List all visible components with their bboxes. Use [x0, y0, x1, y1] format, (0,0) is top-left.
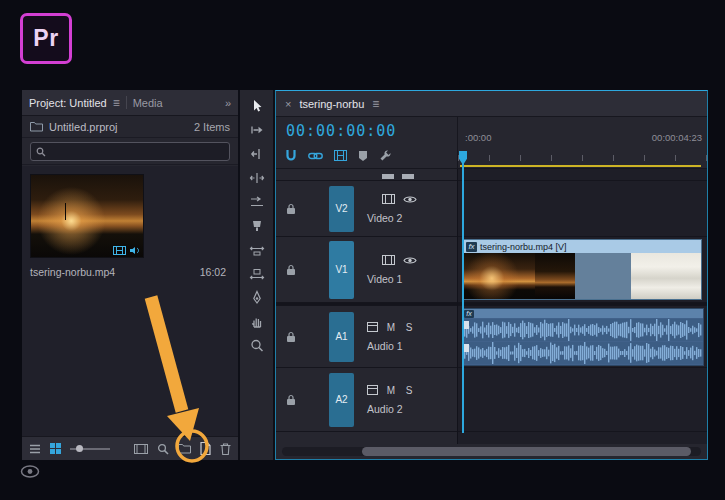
panel-menu-icon[interactable]: ≡: [113, 96, 120, 110]
lock-icon[interactable]: [286, 394, 296, 406]
track-target-v1[interactable]: V1: [329, 241, 354, 299]
clip-caption: tsering-norbu.mp4 16:02: [30, 266, 228, 278]
rate-stretch-tool-icon[interactable]: [245, 191, 269, 212]
list-view-button[interactable]: [29, 444, 41, 454]
track-name-a2: Audio 2: [367, 403, 414, 415]
mute-button[interactable]: M: [386, 322, 396, 333]
track-header-v1: V1 Video 1: [276, 237, 457, 303]
project-panel-footer: [22, 436, 238, 460]
snap-icon[interactable]: [285, 149, 297, 162]
track-target-a1[interactable]: A1: [329, 312, 354, 362]
add-marker-icon[interactable]: [358, 150, 368, 162]
track-output-icon[interactable]: [382, 194, 395, 204]
track-select-forward-tool-icon[interactable]: [245, 119, 269, 140]
tab-media[interactable]: Media: [133, 97, 163, 109]
search-box[interactable]: [30, 142, 230, 161]
time-ruler[interactable]: :00:00 00:00:04:23: [457, 117, 707, 168]
panel-overflow-icon[interactable]: »: [225, 97, 231, 109]
timeline-tab-bar: × tsering-norbu ≡: [276, 91, 707, 117]
render-bar: [460, 165, 701, 167]
playhead-timecode[interactable]: 00:00:00:00: [286, 122, 396, 140]
track-content-v1[interactable]: fx tsering-norbu.mp4 [V]: [458, 237, 707, 303]
app-window: Project: Untitled ≡ Media » Untitled.prp…: [22, 90, 708, 460]
track-output-icon[interactable]: [382, 255, 395, 265]
slip-tool-icon[interactable]: [245, 239, 269, 260]
project-item-count: 2 Items: [194, 121, 230, 133]
timeline-video-clip[interactable]: fx tsering-norbu.mp4 [V]: [462, 239, 702, 300]
clip-frame-strip: [463, 253, 701, 299]
video-clip-label: tsering-norbu.mp4 [V]: [480, 242, 567, 252]
track-visibility-eye-icon[interactable]: [403, 195, 417, 204]
playhead-line[interactable]: [462, 154, 464, 433]
zoom-tool-icon[interactable]: [245, 335, 269, 356]
tab-project[interactable]: Project: Untitled: [29, 97, 107, 109]
clip-thumbnail[interactable]: [30, 174, 144, 258]
clip-duration: 16:02: [200, 266, 228, 278]
premiere-pro-logo: Pr: [20, 13, 72, 64]
zoom-slider[interactable]: [70, 448, 110, 450]
slide-tool-icon[interactable]: [245, 263, 269, 284]
track-content-a1[interactable]: fx: [458, 306, 707, 368]
project-file-name: Untitled.prproj: [49, 121, 117, 133]
search-input[interactable]: [50, 146, 224, 158]
track-visibility-eye-icon[interactable]: [403, 256, 417, 265]
icon-view-button[interactable]: [50, 443, 61, 454]
linked-selection-icon[interactable]: [308, 151, 323, 161]
video-clip-header: fx tsering-norbu.mp4 [V]: [463, 240, 701, 253]
close-tab-icon[interactable]: ×: [285, 98, 291, 110]
fx-badge: fx: [464, 310, 474, 318]
automate-to-sequence-button[interactable]: [134, 444, 148, 454]
track-header-column: V2 Video 2 V1: [276, 169, 457, 444]
ripple-edit-tool-icon[interactable]: [245, 143, 269, 164]
lock-icon[interactable]: [286, 331, 296, 343]
ruler-ticks: [458, 155, 707, 161]
zoom-slider-knob[interactable]: [76, 445, 83, 452]
pen-tool-icon[interactable]: [245, 287, 269, 308]
video-badge-icon: [113, 246, 126, 255]
clip-frame-thumbnail: [463, 253, 535, 299]
track-content-v2[interactable]: [458, 181, 707, 237]
timeline-audio-clip[interactable]: fx: [462, 308, 704, 366]
find-button[interactable]: [157, 443, 169, 455]
scrollbar-thumb[interactable]: [362, 447, 691, 456]
sync-lock-icon[interactable]: [367, 322, 378, 332]
sync-lock-icon[interactable]: [367, 385, 378, 395]
selection-tool-icon[interactable]: [245, 95, 269, 116]
hand-tool-icon[interactable]: [245, 311, 269, 332]
clip-frame-blank: [575, 253, 631, 299]
razor-tool-icon[interactable]: [245, 215, 269, 236]
solo-button[interactable]: S: [404, 322, 414, 333]
track-content-a2[interactable]: [458, 368, 707, 432]
timeline-settings-wrench-icon[interactable]: [379, 149, 392, 162]
lock-icon[interactable]: [286, 264, 296, 276]
channel-indicator-right: [464, 344, 469, 352]
track-header-partial: [276, 169, 457, 181]
clip-frame-thumbnail: [535, 253, 575, 299]
timeline-panel-menu-icon[interactable]: ≡: [372, 97, 379, 111]
audio-badge-icon: [129, 246, 141, 255]
track-target-a2[interactable]: A2: [329, 373, 354, 427]
track-name-v2: Video 2: [367, 212, 417, 224]
tab-sequence[interactable]: tsering-norbu: [299, 98, 364, 110]
track-content-area[interactable]: fx tsering-norbu.mp4 [V]: [457, 169, 707, 444]
rolling-edit-tool-icon[interactable]: [245, 167, 269, 188]
project-bin-area[interactable]: tsering-norbu.mp4 16:02: [22, 166, 238, 436]
new-item-button[interactable]: [200, 442, 211, 455]
ruler-end-label: 00:00:04:23: [652, 132, 702, 143]
clear-trash-button[interactable]: [220, 443, 231, 455]
audio-waveform-right: [463, 342, 703, 364]
solo-button[interactable]: S: [404, 385, 414, 396]
track-header-a1: A1 M S Audio 1: [276, 306, 457, 368]
track-name-v1: Video 1: [367, 273, 417, 285]
project-panel: Project: Untitled ≡ Media » Untitled.prp…: [22, 90, 238, 460]
new-bin-button[interactable]: [178, 443, 191, 454]
mute-button[interactable]: M: [386, 385, 396, 396]
clip-frame-thumbnail: [631, 253, 701, 299]
timeline-header: 00:00:00:00 :00:00 00:00:04:23: [276, 117, 707, 169]
timeline-display-icon[interactable]: [334, 150, 347, 161]
project-file-icon: [30, 121, 43, 132]
cut-off-track-icons: [382, 174, 414, 179]
eye-icon: [20, 464, 40, 479]
lock-icon[interactable]: [286, 203, 296, 215]
track-target-v2[interactable]: V2: [329, 186, 354, 232]
